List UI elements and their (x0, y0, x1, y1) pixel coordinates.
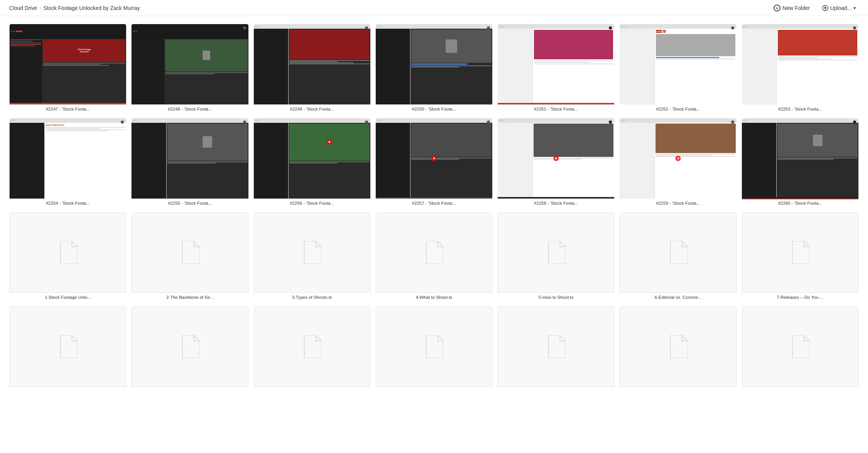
thumbnail-f13 (620, 306, 736, 387)
file-label-2248: #2248 - 'Stock Foota... (131, 104, 248, 113)
thumbnail-2251 (498, 24, 614, 104)
file-card-2260[interactable]: #2260 - 'Stock Foota... (741, 118, 859, 207)
breadcrumb: Cloud Drive › Stock Footage Unlocked by … (9, 5, 140, 11)
file-card-2256[interactable]: #2256 - 'Stock Foota... (253, 118, 371, 207)
file-card-2247[interactable]: Stock FootageUnlocked #2247 - 'Stock Foo… (9, 24, 127, 113)
file-card-f5[interactable]: 5-How to Shoot.ts (497, 212, 615, 301)
file-icon (668, 335, 688, 358)
file-grid: Stock FootageUnlocked #2247 - 'Stock Foo… (9, 24, 859, 391)
breadcrumb-root[interactable]: Cloud Drive (9, 5, 37, 11)
file-card-f10[interactable] (253, 306, 371, 391)
file-card-2248[interactable]: #2248 - 'Stock Foota... (131, 24, 248, 113)
file-label-f12 (498, 387, 614, 391)
new-folder-label: New Folder (782, 5, 810, 11)
file-card-f2[interactable]: 2-The Backbone of Se... (131, 212, 248, 301)
file-card-2255[interactable]: #2255 - 'Stock Foota... (131, 118, 248, 207)
thumbnail-2254: SHUTTERSTOCK (10, 118, 126, 199)
thumbnail-2256 (254, 118, 370, 199)
file-card-f11[interactable] (375, 306, 493, 391)
file-card-2257[interactable]: #2257 - 'Stock Foota... (375, 118, 493, 207)
thumbnail-f3 (254, 212, 370, 293)
file-label-f7: 7-Releases -- Do You ... (742, 293, 858, 301)
file-icon (790, 241, 810, 264)
file-card-2252[interactable]: EDITING ▶ #2252 - 'Stock Foota... (619, 24, 737, 113)
file-icon (58, 241, 78, 264)
thumbnail-f9 (131, 306, 248, 387)
breadcrumb-chevron: › (39, 5, 41, 11)
file-label-2259: #2259 - 'Stock Foota... (620, 199, 736, 207)
file-label-2252: #2252 - 'Stock Foota... (620, 104, 736, 113)
thumbnail-2258 (498, 118, 614, 199)
file-card-2251[interactable]: #2251 - 'Stock Foota... (497, 24, 615, 113)
file-label-f13 (620, 387, 736, 391)
thumbnail-f5 (498, 212, 614, 293)
file-icon (790, 335, 810, 358)
thumbnail-f7 (742, 212, 858, 293)
top-actions: + New Folder Upload... ▾ (771, 3, 859, 13)
file-card-2253[interactable]: #2253 - 'Stock Foota... (741, 24, 859, 113)
file-icon (424, 241, 443, 264)
file-label-2258: #2258 - 'Stock Foota... (498, 199, 614, 207)
upload-icon (822, 5, 828, 11)
file-label-2256: #2256 - 'Stock Foota... (254, 199, 370, 207)
thumbnail-2247: Stock FootageUnlocked (10, 24, 126, 104)
file-icon (547, 241, 566, 264)
file-label-2253: #2253 - 'Stock Foota... (742, 104, 858, 113)
file-label-2250: #2250 - 'Stock Foota... (376, 104, 492, 113)
file-label-2251: #2251 - 'Stock Foota... (498, 104, 614, 113)
file-icon (180, 241, 200, 264)
file-label-f4: 4-What to Shoot.ts (376, 293, 492, 301)
file-card-2254[interactable]: SHUTTERSTOCK #2254 - 'Stock Foota... (9, 118, 127, 207)
file-card-2258[interactable]: #2258 - 'Stock Foota... (497, 118, 615, 207)
file-card-2259[interactable]: #2259 - 'Stock Foota... (619, 118, 737, 207)
file-label-2255: #2255 - 'Stock Foota... (131, 199, 248, 207)
thumbnail-f6 (620, 212, 736, 293)
upload-caret: ▾ (853, 5, 856, 11)
file-icon (668, 241, 688, 264)
thumbnail-f2 (131, 212, 248, 293)
file-card-f14[interactable] (741, 306, 859, 391)
file-card-f7[interactable]: 7-Releases -- Do You ... (741, 212, 859, 301)
file-icon (58, 335, 78, 358)
file-label-f2: 2-The Backbone of Se... (131, 293, 248, 301)
thumbnail-f14 (742, 306, 858, 387)
upload-button[interactable]: Upload... ▾ (819, 3, 859, 13)
file-label-f5: 5-How to Shoot.ts (498, 293, 614, 301)
file-card-f1[interactable]: 1-Stock Footage Unlo... (9, 212, 127, 301)
file-label-f10 (254, 387, 370, 391)
thumbnail-2255 (131, 118, 248, 199)
file-card-f9[interactable] (131, 306, 248, 391)
file-card-f8[interactable] (9, 306, 127, 391)
file-icon (302, 241, 321, 264)
thumbnail-f1 (10, 212, 126, 293)
thumbnail-2259 (620, 118, 736, 199)
file-label-f3: 3-Types of Shoots.ts (254, 293, 370, 301)
file-icon (180, 335, 200, 358)
file-card-f6[interactable]: 6-Editorial vs. Comme... (619, 212, 737, 301)
new-folder-icon: + (774, 5, 780, 11)
breadcrumb-current: Stock Footage Unlocked by Zack Murray (43, 5, 140, 11)
file-label-f8 (10, 387, 126, 391)
file-card-2249[interactable]: #2249 - 'Stock Foota... (253, 24, 371, 113)
file-label-f6: 6-Editorial vs. Comme... (620, 293, 736, 301)
file-card-f13[interactable] (619, 306, 737, 391)
main-content: Stock FootageUnlocked #2247 - 'Stock Foo… (0, 16, 868, 399)
top-bar: Cloud Drive › Stock Footage Unlocked by … (0, 0, 868, 16)
file-icon (547, 335, 566, 358)
thumbnail-2252: EDITING ▶ (620, 24, 736, 104)
thumbnail-f12 (498, 306, 614, 387)
file-card-f4[interactable]: 4-What to Shoot.ts (375, 212, 493, 301)
thumbnail-2257 (376, 118, 492, 199)
thumbnail-2260 (742, 118, 858, 199)
file-card-f3[interactable]: 3-Types of Shoots.ts (253, 212, 371, 301)
thumbnail-f10 (254, 306, 370, 387)
file-label-f14 (742, 387, 858, 391)
file-label-f11 (376, 387, 492, 391)
file-label-2247: #2247 - 'Stock Foota... (10, 104, 126, 113)
thumbnail-f8 (10, 306, 126, 387)
file-card-f12[interactable] (497, 306, 615, 391)
thumb-video-2248 (131, 24, 248, 104)
file-icon (424, 335, 443, 358)
new-folder-button[interactable]: + New Folder (771, 3, 813, 13)
file-card-2250[interactable]: #2250 - 'Stock Foota... (375, 24, 493, 113)
